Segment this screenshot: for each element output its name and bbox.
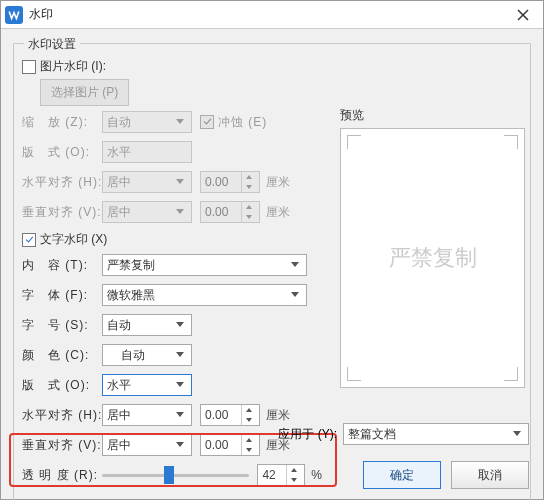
image-watermark-label: 图片水印 (I):: [40, 58, 106, 75]
watermark-dialog: 水印 水印设置 图片水印 (I): 选择图片 (P) 缩 放 (Z): 自动: [0, 0, 544, 500]
app-logo-icon: [5, 6, 23, 24]
close-button[interactable]: [507, 1, 539, 28]
chevron-down-icon: [173, 203, 187, 221]
slider-thumb[interactable]: [164, 466, 174, 484]
corner-icon: [504, 367, 518, 381]
content-label: 内 容 (T):: [22, 257, 102, 274]
txt-layout-combo[interactable]: 水平: [102, 374, 192, 396]
content-combo[interactable]: 严禁复制: [102, 254, 307, 276]
img-valign-combo: 居中: [102, 201, 192, 223]
opacity-spin[interactable]: [257, 464, 305, 486]
text-watermark-label: 文字水印 (X): [40, 231, 107, 248]
text-watermark-checkbox[interactable]: [22, 233, 36, 247]
preview-watermark-text: 严禁复制: [389, 243, 477, 273]
font-combo[interactable]: 微软雅黑: [102, 284, 307, 306]
corner-icon: [504, 135, 518, 149]
txt-valign-spin[interactable]: [200, 434, 260, 456]
font-label: 字 体 (F):: [22, 287, 102, 304]
chevron-down-icon: [173, 113, 187, 131]
preview-label: 预览: [340, 107, 525, 124]
img-valign-label: 垂直对齐 (V):: [22, 204, 102, 221]
chevron-down-icon: [173, 173, 187, 191]
scale-label: 缩 放 (Z):: [22, 114, 102, 131]
unit-cm: 厘米: [266, 174, 290, 191]
image-watermark-checkbox[interactable]: [22, 60, 36, 74]
chevron-down-icon: [173, 376, 187, 394]
opacity-label: 透 明 度 (R):: [22, 467, 102, 484]
txt-valign-label: 垂直对齐 (V):: [22, 437, 102, 454]
img-valign-spin: [200, 201, 260, 223]
ok-button[interactable]: 确定: [363, 461, 441, 489]
erode-checkbox: [200, 115, 214, 129]
erode-label: 冲蚀 (E): [218, 114, 267, 131]
group-legend: 水印设置: [24, 36, 80, 53]
img-layout-label: 版 式 (O):: [22, 144, 102, 161]
color-label: 颜 色 (C):: [22, 347, 102, 364]
apply-to-combo[interactable]: 整篇文档: [343, 423, 529, 445]
txt-halign-spin[interactable]: [200, 404, 260, 426]
txt-halign-label: 水平对齐 (H):: [22, 407, 102, 424]
img-layout-combo: 水平: [102, 141, 192, 163]
color-combo[interactable]: 自动: [102, 344, 192, 366]
chevron-down-icon: [288, 286, 302, 304]
img-halign-label: 水平对齐 (H):: [22, 174, 102, 191]
preview-box: 严禁复制: [340, 128, 525, 388]
chevron-down-icon: [173, 436, 187, 454]
chevron-down-icon: [173, 406, 187, 424]
corner-icon: [347, 135, 361, 149]
txt-halign-combo[interactable]: 居中: [102, 404, 192, 426]
size-label: 字 号 (S):: [22, 317, 102, 334]
opacity-unit: %: [311, 468, 322, 482]
unit-cm: 厘米: [266, 407, 290, 424]
txt-valign-combo[interactable]: 居中: [102, 434, 192, 456]
apply-to-row: 应用于 (Y): 整篇文档: [278, 423, 529, 445]
preview-pane: 预览 严禁复制: [340, 107, 525, 388]
chevron-down-icon: [288, 256, 302, 274]
dialog-title: 水印: [29, 6, 507, 23]
scale-combo: 自动: [102, 111, 192, 133]
chevron-down-icon: [510, 425, 524, 443]
size-combo[interactable]: 自动: [102, 314, 192, 336]
titlebar: 水印: [1, 1, 543, 29]
image-watermark-section: 图片水印 (I):: [22, 58, 322, 75]
img-halign-combo: 居中: [102, 171, 192, 193]
color-swatch-icon: [107, 350, 117, 360]
chevron-down-icon: [173, 316, 187, 334]
select-image-button: 选择图片 (P): [40, 79, 129, 106]
apply-to-label: 应用于 (Y):: [278, 426, 337, 443]
img-halign-spin: [200, 171, 260, 193]
opacity-slider[interactable]: [102, 464, 250, 486]
chevron-down-icon: [173, 346, 187, 364]
cancel-button[interactable]: 取消: [451, 461, 529, 489]
unit-cm: 厘米: [266, 204, 290, 221]
dialog-footer: 确定 取消: [363, 461, 529, 489]
corner-icon: [347, 367, 361, 381]
text-watermark-section: 文字水印 (X): [22, 231, 322, 248]
txt-layout-label: 版 式 (O):: [22, 377, 102, 394]
